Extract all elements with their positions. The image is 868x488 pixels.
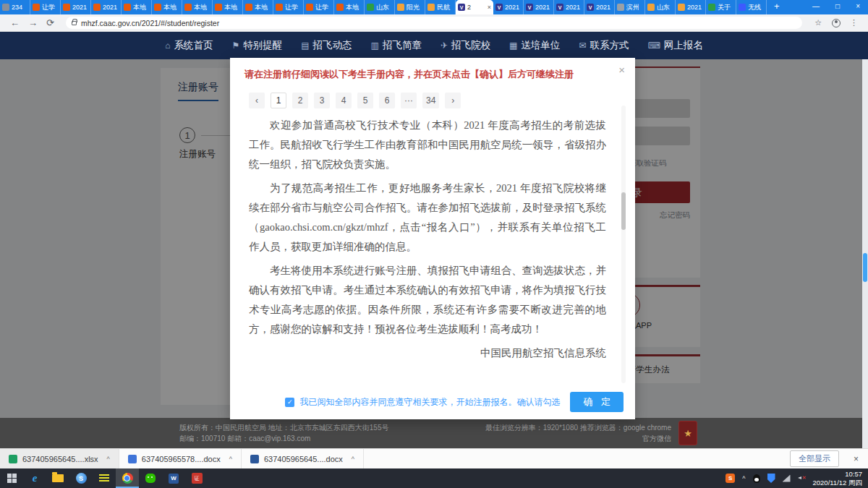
back-button[interactable]: ← (10, 18, 20, 27)
tray-icon[interactable] (753, 474, 760, 483)
download-item[interactable]: 637405965645....xlsx ^ (0, 449, 119, 468)
download-caret-icon[interactable]: ^ (352, 455, 354, 463)
nav-item[interactable]: ⌨ 网上报名 (647, 39, 702, 52)
taskbar-app-icon[interactable]: S (69, 468, 93, 488)
tray-icon[interactable] (783, 475, 791, 482)
taskbar-clock[interactable]: 10:57 2020/11/12 周四 (813, 470, 862, 487)
browser-tab[interactable]: V 2021 (584, 0, 615, 14)
modal-footer: ✓ 我已阅知全部内容并同意遵守相关要求，开始注册报名。确认请勾选 确 定 (242, 392, 624, 412)
tab-label: 阳光 (407, 3, 421, 12)
clock-date: 2020/11/12 周四 (813, 479, 862, 487)
bookmark-star-icon[interactable]: ☆ (814, 18, 822, 27)
pagination-page-button[interactable]: 4 (336, 93, 352, 108)
nav-item[interactable]: ▦ 送培单位 (509, 39, 560, 52)
address-bar[interactable]: mhzf.caac.gov.cn/2021/#/student/register (66, 17, 802, 29)
agree-checkbox[interactable]: ✓ (285, 398, 294, 407)
tray-icon[interactable] (767, 474, 775, 483)
nav-item[interactable]: ▥ 招飞简章 (371, 39, 422, 52)
download-caret-icon[interactable]: ^ (229, 455, 232, 463)
browser-tab[interactable]: 让学 (304, 0, 334, 14)
browser-tab[interactable]: 本地 (182, 0, 213, 14)
pagination-page-button[interactable]: 1 (271, 93, 286, 108)
browser-tab[interactable]: 让学 (273, 0, 304, 14)
browser-tab[interactable]: V 2021 (493, 0, 524, 14)
nav-item[interactable]: ✈ 招飞院校 (441, 39, 490, 52)
browser-tab[interactable]: 关于 (706, 0, 736, 14)
taskbar-app-icon[interactable]: e (23, 468, 46, 488)
browser-tab[interactable]: 滨州 (615, 0, 645, 14)
browser-tab[interactable]: 本地 (152, 0, 182, 14)
page-scrollbar-thumb[interactable] (863, 253, 867, 282)
reload-button[interactable]: ⟳ (46, 18, 54, 27)
taskbar-app-icon[interactable] (46, 468, 69, 488)
nav-item[interactable]: ⚑ 特别提醒 (232, 39, 283, 52)
taskbar-app-icon[interactable]: W (162, 468, 185, 488)
download-bar-close-icon[interactable]: × (854, 454, 859, 464)
pagination-page-button[interactable]: 3 (314, 93, 330, 108)
tab-favicon (617, 4, 624, 11)
browser-tab[interactable]: 山东 (645, 0, 676, 14)
download-item[interactable]: 637405965578....docx ^ (119, 449, 242, 468)
page-scrollbar[interactable] (862, 59, 868, 448)
maximize-button[interactable]: □ (827, 0, 848, 14)
pagination-page-button[interactable]: ··· (401, 93, 417, 108)
taskbar-app-icon[interactable] (93, 468, 116, 488)
minimize-button[interactable]: — (804, 0, 827, 14)
tab-favicon: V (587, 4, 594, 11)
pagination-page-button[interactable]: 34 (422, 93, 439, 108)
download-caret-icon[interactable]: ^ (107, 455, 110, 463)
browser-tab[interactable]: 2021 (91, 0, 122, 14)
browser-tab[interactable]: 本地 (243, 0, 273, 14)
browser-tab[interactable]: V 2021 (554, 0, 584, 14)
taskbar-app-icon[interactable] (116, 468, 139, 488)
close-window-button[interactable]: × (848, 0, 868, 14)
show-all-downloads-button[interactable]: 全部显示 (790, 450, 839, 467)
modal-close-icon[interactable]: × (618, 64, 625, 76)
browser-tab[interactable]: 无线 (736, 0, 767, 14)
tab-label: 让学 (285, 3, 299, 12)
taskbar-app-icon[interactable]: 证 (185, 468, 208, 488)
browser-tab[interactable]: 234 (0, 0, 30, 14)
tray-icon[interactable] (798, 475, 807, 482)
browser-tab[interactable]: 民航 (425, 0, 456, 14)
new-tab-button[interactable]: + (767, 0, 787, 14)
browser-tab[interactable]: V 2 × (456, 0, 493, 14)
browser-tab[interactable]: 本地 (122, 0, 152, 14)
pagination-page-button[interactable]: 6 (379, 93, 395, 108)
nav-item[interactable]: ⌂ 系统首页 (165, 39, 213, 52)
confirm-button[interactable]: 确 定 (570, 392, 624, 412)
browser-tab[interactable]: V 2021 (524, 0, 554, 14)
file-type-icon (128, 455, 137, 463)
clock-time: 10:57 (813, 470, 862, 479)
tab-label: 无线 (748, 3, 762, 12)
browser-tab[interactable]: 2021 (61, 0, 91, 14)
browser-tab[interactable]: 本地 (213, 0, 243, 14)
browser-menu-icon[interactable]: ⋮ (850, 18, 858, 27)
tab-favicon (306, 4, 313, 11)
nav-item[interactable]: ▤ 招飞动态 (301, 39, 352, 52)
tray-icon[interactable]: S (726, 474, 735, 483)
nav-item[interactable]: ✉ 联系方式 (579, 39, 629, 52)
download-filename: 637405965645....xlsx (22, 455, 98, 463)
tray-icon[interactable]: ^ (742, 475, 745, 482)
tab-label: 234 (12, 4, 26, 11)
pagination-page-button[interactable]: 5 (357, 93, 373, 108)
browser-tab[interactable]: 让学 (30, 0, 61, 14)
taskbar-app-icon[interactable] (0, 468, 23, 488)
modal-scrollbar[interactable] (621, 106, 626, 383)
browser-tab[interactable]: 2021 (676, 0, 706, 14)
browser-tab[interactable]: 阳光 (395, 0, 425, 14)
pagination-next-button[interactable]: › (445, 93, 461, 108)
profile-avatar-icon[interactable] (832, 19, 841, 27)
download-item[interactable]: 637405965645....docx ^ (242, 449, 364, 468)
modal-scrollbar-thumb[interactable] (621, 192, 626, 230)
tab-close-icon[interactable]: × (488, 4, 491, 11)
site-navigation: ⌂ 系统首页 ⚑ 特别提醒 ▤ 招飞动态 ▥ 招飞简章 ✈ 招飞院校 ▦ 送培单… (0, 32, 868, 59)
browser-tab[interactable]: 山东 (365, 0, 395, 14)
forward-button[interactable]: → (28, 18, 38, 27)
pagination-page-button[interactable]: 2 (292, 93, 308, 108)
pagination-prev-button[interactable]: ‹ (249, 93, 265, 108)
taskbar-app-icon[interactable] (139, 468, 162, 488)
download-bar: 637405965645....xlsx ^ 637405965578....d… (0, 448, 868, 468)
browser-tab[interactable]: 本地 (334, 0, 365, 14)
